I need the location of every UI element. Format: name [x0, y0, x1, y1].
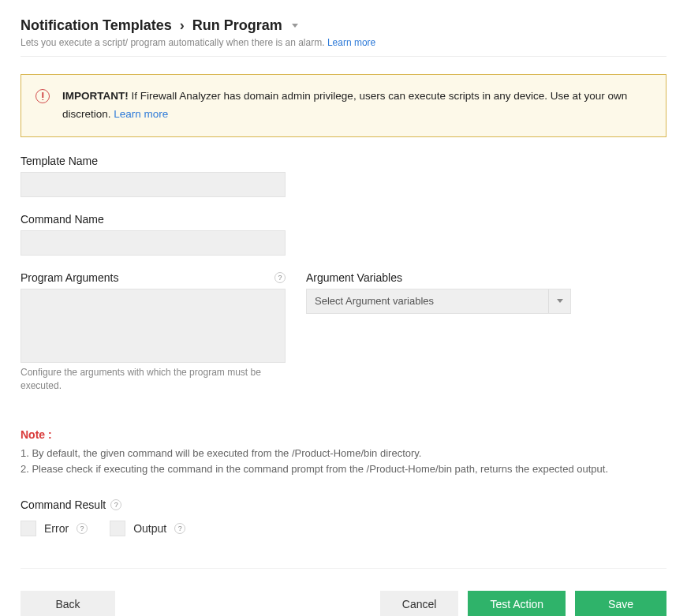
- help-icon[interactable]: ?: [274, 272, 286, 283]
- help-icon[interactable]: ?: [174, 523, 185, 534]
- output-checkbox-wrap[interactable]: Output ?: [110, 521, 185, 536]
- program-arguments-hint: Configure the arguments with which the p…: [21, 366, 286, 393]
- learn-more-link[interactable]: Learn more: [327, 37, 375, 48]
- program-arguments-label: Program Arguments: [21, 271, 119, 284]
- program-arguments-input[interactable]: [21, 289, 286, 363]
- error-checkbox-wrap[interactable]: Error ?: [21, 521, 88, 536]
- page-subtitle: Lets you execute a script/ program autom…: [21, 37, 666, 48]
- command-result-label: Command Result: [21, 498, 106, 511]
- output-checkbox-label: Output: [133, 522, 166, 535]
- footer-actions: Back Cancel Test Action Save: [21, 568, 666, 616]
- field-template-name: Template Name: [21, 155, 666, 197]
- breadcrumb: Notification Templates › Run Program: [21, 17, 666, 34]
- save-button[interactable]: Save: [575, 591, 666, 616]
- command-name-input[interactable]: [21, 230, 286, 256]
- error-checkbox-label: Error: [44, 522, 69, 535]
- caret-down-icon: [557, 299, 563, 303]
- breadcrumb-current[interactable]: Run Program: [192, 17, 282, 34]
- breadcrumb-root[interactable]: Notification Templates: [21, 17, 172, 34]
- page-header: Notification Templates › Run Program Let…: [21, 0, 666, 57]
- alert-body: IMPORTANT! If Firewall Analyzer has doma…: [62, 88, 652, 124]
- note-line-2: 2. Please check if executing the command…: [21, 461, 666, 477]
- alert-learn-more-link[interactable]: Learn more: [114, 108, 168, 120]
- template-name-label: Template Name: [21, 155, 666, 167]
- template-name-input[interactable]: [21, 172, 286, 197]
- chevron-right-icon: ›: [180, 17, 185, 34]
- note-heading: Note :: [21, 428, 666, 441]
- help-icon[interactable]: ?: [110, 499, 121, 510]
- note-body: 1. By default, the given command will be…: [21, 446, 666, 476]
- argument-variables-select[interactable]: Select Argument variables: [306, 289, 571, 314]
- warning-icon: [35, 89, 50, 103]
- cancel-button[interactable]: Cancel: [380, 591, 459, 616]
- page-subtitle-text: Lets you execute a script/ program autom…: [21, 37, 325, 48]
- error-checkbox[interactable]: [21, 521, 36, 536]
- argument-variables-label: Argument Variables: [306, 271, 571, 284]
- form: Template Name Command Name Program Argum…: [21, 155, 666, 537]
- field-argument-variables: Argument Variables Select Argument varia…: [306, 271, 571, 314]
- command-name-label: Command Name: [21, 213, 666, 226]
- argument-variables-value: Select Argument variables: [307, 289, 548, 313]
- important-alert: IMPORTANT! If Firewall Analyzer has doma…: [21, 74, 666, 137]
- alert-important-label: IMPORTANT!: [62, 90, 129, 102]
- test-action-button[interactable]: Test Action: [468, 591, 566, 616]
- output-checkbox[interactable]: [110, 521, 125, 536]
- note-line-1: 1. By default, the given command will be…: [21, 446, 666, 461]
- select-toggle[interactable]: [548, 289, 570, 313]
- command-result-section: Command Result ? Error ? Output ?: [21, 498, 666, 536]
- field-command-name: Command Name: [21, 213, 666, 256]
- back-button[interactable]: Back: [21, 591, 115, 616]
- help-icon[interactable]: ?: [77, 523, 88, 534]
- field-program-arguments: Program Arguments ? Configure the argume…: [21, 271, 286, 393]
- caret-down-icon[interactable]: [292, 24, 298, 28]
